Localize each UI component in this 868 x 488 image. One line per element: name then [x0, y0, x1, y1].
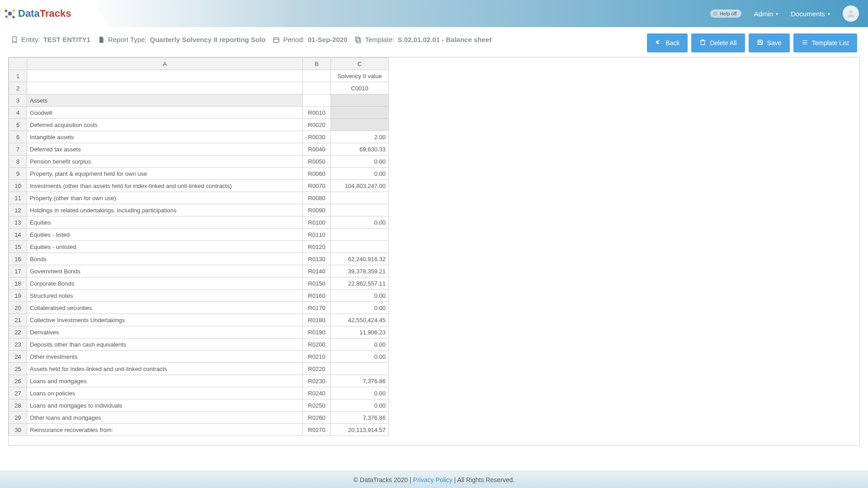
cell-label[interactable]: Loans and mortgages	[27, 375, 303, 387]
cell-value[interactable]: 62,240,916.32	[331, 253, 389, 265]
delete-all-button[interactable]: Delete All	[691, 33, 745, 52]
row-header[interactable]: 3	[9, 94, 27, 107]
cell-label[interactable]: Reinsurance recoverables from:	[27, 424, 303, 436]
col-header-a[interactable]: A	[27, 58, 303, 70]
cell-value[interactable]: 20,113,914.57	[331, 424, 389, 436]
cell-row-code[interactable]: R0120	[303, 241, 331, 253]
row-header[interactable]: 2	[9, 82, 27, 94]
template-list-button[interactable]: Template List	[793, 33, 857, 52]
cell-row-code[interactable]: R0200	[303, 338, 331, 351]
cell-row-code[interactable]: R0240	[303, 387, 331, 399]
cell-row-code[interactable]: R0160	[303, 290, 331, 302]
cell-label[interactable]: Collateralised securities	[27, 302, 303, 314]
cell-value[interactable]: 0.00	[331, 168, 389, 180]
cell-value[interactable]: 42,550,424.45	[331, 314, 389, 326]
row-header[interactable]: 4	[9, 107, 27, 119]
cell-row-code[interactable]: R0150	[303, 277, 331, 290]
corner-cell[interactable]	[9, 58, 27, 70]
cell-row-code[interactable]: R0040	[303, 143, 331, 155]
cell-value[interactable]	[331, 107, 389, 119]
row-header[interactable]: 1	[9, 70, 27, 82]
row-header[interactable]: 30	[9, 424, 27, 436]
row-header[interactable]: 18	[9, 277, 27, 290]
row-header[interactable]: 7	[9, 143, 27, 155]
cell-row-code[interactable]: R0020	[303, 119, 331, 131]
back-button[interactable]: Back	[647, 33, 688, 52]
cell-label[interactable]: Property, plant & equipment held for own…	[27, 168, 303, 180]
cell-row-code[interactable]	[303, 94, 331, 107]
cell-row-code[interactable]: R0090	[303, 204, 331, 216]
cell-label[interactable]: Loans on policies	[27, 387, 303, 399]
cell-row-code[interactable]: R0070	[303, 180, 331, 192]
cell-value[interactable]: 0.00	[331, 399, 389, 412]
cell-label[interactable]: Deposits other than cash equivalents	[27, 338, 303, 351]
cell-row-code[interactable]: R0100	[303, 216, 331, 229]
cell-label[interactable]: Equities - listed	[27, 229, 303, 241]
logo[interactable]: DataTracks	[0, 7, 71, 20]
cell-value[interactable]: 69,630.33	[331, 143, 389, 155]
row-header[interactable]: 10	[9, 180, 27, 192]
row-header[interactable]: 17	[9, 265, 27, 277]
cell[interactable]	[27, 70, 303, 82]
cell-label[interactable]: Collective Investments Undertakings	[27, 314, 303, 326]
cell-value[interactable]: 7,376.86	[331, 375, 389, 387]
cell-value[interactable]	[331, 94, 389, 107]
row-header[interactable]: 21	[9, 314, 27, 326]
row-header[interactable]: 25	[9, 363, 27, 375]
spreadsheet-grid[interactable]: A B C 1 Solvency II value 2 C0010 3Asset…	[8, 57, 860, 446]
cell-value[interactable]	[331, 229, 389, 241]
row-header[interactable]: 24	[9, 351, 27, 363]
cell-label[interactable]: Derivatives	[27, 326, 303, 338]
row-header[interactable]: 15	[9, 241, 27, 253]
cell-value[interactable]	[331, 204, 389, 216]
row-header[interactable]: 8	[9, 155, 27, 168]
cell-label[interactable]: Goodwill	[27, 107, 303, 119]
row-header[interactable]: 22	[9, 326, 27, 338]
cell-row-code[interactable]: R0060	[303, 168, 331, 180]
cell-row-code[interactable]: R0140	[303, 265, 331, 277]
cell-row-code[interactable]: R0270	[303, 424, 331, 436]
cell-label[interactable]: Deferred tax assets	[27, 143, 303, 155]
cell-value[interactable]: 0.00	[331, 338, 389, 351]
row-header[interactable]: 20	[9, 302, 27, 314]
row-header[interactable]: 6	[9, 131, 27, 143]
cell-value[interactable]: 7,376.86	[331, 412, 389, 424]
save-button[interactable]: Save	[749, 33, 790, 52]
cell-row-code[interactable]: R0130	[303, 253, 331, 265]
cell-label[interactable]: Structured notes	[27, 290, 303, 302]
cell-label[interactable]: Equities	[27, 216, 303, 229]
cell-value[interactable]: 0.00	[331, 290, 389, 302]
cell-row-code[interactable]: R0230	[303, 375, 331, 387]
cell-header-c[interactable]: Solvency II value	[331, 70, 389, 82]
row-header[interactable]: 13	[9, 216, 27, 229]
cell-value[interactable]: 11,906.23	[331, 326, 389, 338]
cell-label[interactable]: Bonds	[27, 253, 303, 265]
cell[interactable]	[303, 82, 331, 94]
cell-row-code[interactable]: R0170	[303, 302, 331, 314]
row-header[interactable]: 23	[9, 338, 27, 351]
cell-label[interactable]: Assets held for index-linked and unit-li…	[27, 363, 303, 375]
cell-code-c[interactable]: C0010	[331, 82, 389, 94]
row-header[interactable]: 5	[9, 119, 27, 131]
cell[interactable]	[303, 70, 331, 82]
cell-row-code[interactable]: R0210	[303, 351, 331, 363]
cell-label[interactable]: Government Bonds	[27, 265, 303, 277]
row-header[interactable]: 11	[9, 192, 27, 204]
nav-documents[interactable]: Documents ▾	[791, 10, 830, 18]
row-header[interactable]: 26	[9, 375, 27, 387]
cell-label[interactable]: Assets	[27, 94, 303, 107]
col-header-b[interactable]: B	[303, 58, 331, 70]
row-header[interactable]: 12	[9, 204, 27, 216]
cell-row-code[interactable]: R0080	[303, 192, 331, 204]
cell-value[interactable]: 0.00	[331, 155, 389, 168]
cell-row-code[interactable]: R0220	[303, 363, 331, 375]
cell-value[interactable]: 0.00	[331, 351, 389, 363]
cell-value[interactable]: 0.00	[331, 387, 389, 399]
col-header-c[interactable]: C	[331, 58, 389, 70]
row-header[interactable]: 28	[9, 399, 27, 412]
cell-label[interactable]: Deferred acquisition costs	[27, 119, 303, 131]
cell-label[interactable]: Property (other than for own use)	[27, 192, 303, 204]
row-header[interactable]: 19	[9, 290, 27, 302]
cell-row-code[interactable]: R0180	[303, 314, 331, 326]
cell-label[interactable]: Equities - unlisted	[27, 241, 303, 253]
